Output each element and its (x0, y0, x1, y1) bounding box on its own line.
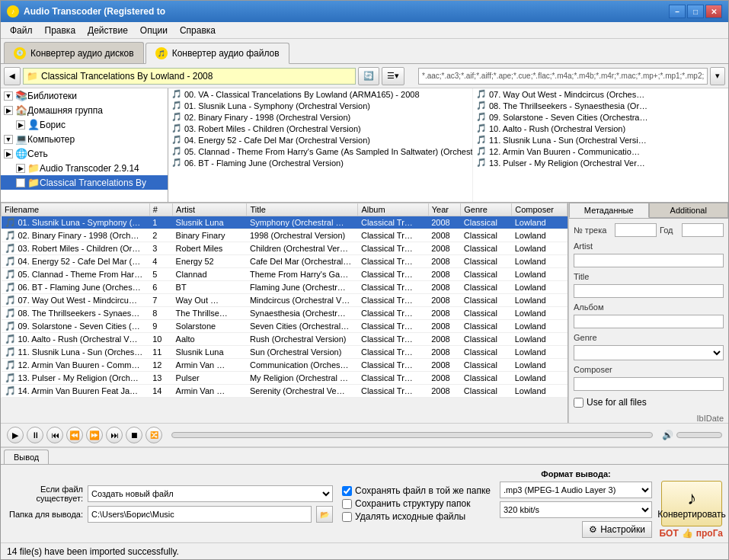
col-title[interactable]: Title (247, 203, 358, 216)
tree-item-network[interactable]: ▶ 🌐 Сеть (1, 146, 168, 161)
prev-button[interactable]: ⏮ (46, 427, 63, 443)
menu-file[interactable]: Файл (4, 24, 39, 37)
save-same-folder-checkbox[interactable] (342, 486, 352, 496)
table-row[interactable]: 🎵06. BT - Flaming June (Orches… 6 BT Fla… (2, 281, 568, 294)
file-item-13[interactable]: 🎵13. Pulser - My Religion (Orchestral Ve… (473, 157, 728, 168)
table-row[interactable]: 🎵09. Solarstone - Seven Cities (… 9 Sola… (2, 320, 568, 333)
file-item-11[interactable]: 🎵11. Slusnik Luna - Sun (Orchestral Vers… (473, 134, 728, 146)
format-select[interactable]: .mp3 (MPEG-1 Audio Layer 3) (500, 482, 652, 498)
tree-item-libraries[interactable]: ▼ 📚 Библиотеки (1, 88, 168, 103)
meta-tab-additional[interactable]: Additional (649, 203, 729, 218)
menu-help[interactable]: Справка (174, 24, 222, 37)
artist-input[interactable] (574, 254, 724, 267)
table-row[interactable]: 🎵13. Pulser - My Religion (Orch… 13 Puls… (2, 372, 568, 385)
next-button[interactable]: ⏭ (106, 427, 123, 443)
browse-button[interactable]: 📂 (316, 506, 333, 523)
file-item-12[interactable]: 🎵12. Armin Van Buuren - Communicatio… (473, 146, 728, 157)
minimize-button[interactable]: – (669, 5, 686, 18)
tree-item-computer[interactable]: ▼ 💻 Компьютер (1, 132, 168, 146)
menu-action[interactable]: Действие (82, 24, 134, 37)
progress-bar[interactable] (171, 432, 653, 438)
output-tab-vyvod[interactable]: Вывод (4, 450, 49, 464)
expand-icon-4[interactable]: ▼ (4, 135, 13, 144)
expand-icon-3[interactable]: ▶ (16, 120, 25, 130)
toolbar-refresh[interactable]: 🔄 (358, 67, 379, 85)
table-row[interactable]: 🎵02. Binary Finary - 1998 (Orch… 2 Binar… (2, 229, 568, 242)
filter-input[interactable] (418, 68, 708, 85)
table-row[interactable]: 🎵12. Armin Van Buuren - Comm… 12 Armin V… (2, 359, 568, 372)
expand-icon-7[interactable]: ▶ (16, 178, 25, 187)
col-filename[interactable]: Filename (2, 203, 150, 216)
close-button[interactable]: ✕ (705, 5, 722, 18)
expand-icon-6[interactable]: ▶ (16, 164, 25, 173)
table-row[interactable]: 🎵05. Clannad - Theme From Har… 5 Clannad… (2, 268, 568, 281)
tree-item-classical[interactable]: ▶ 📁 Classical Trancelations By (1, 175, 168, 190)
year-input[interactable] (682, 223, 724, 237)
file-item-03[interactable]: 🎵03. Robert Miles - Children (Orchestral… (168, 123, 472, 134)
col-album[interactable]: Album (358, 203, 428, 216)
title-input[interactable] (574, 284, 724, 298)
file-item-02[interactable]: 🎵02. Binary Finary - 1998 (Orchestral Ve… (168, 111, 472, 123)
tab-file-converter[interactable]: 🎵 Конвертер аудио файлов (145, 43, 289, 64)
use-for-all-checkbox[interactable] (574, 398, 584, 408)
cell-num: 8 (149, 307, 172, 320)
rewind-button[interactable]: ⏪ (66, 427, 83, 443)
file-item-07[interactable]: 🎵07. Way Out West - Mindcircus (Orches… (473, 88, 728, 100)
volume-bar[interactable] (676, 432, 722, 438)
col-composer[interactable]: Composer (512, 203, 568, 216)
genre-select[interactable]: Classical Electronic (574, 345, 724, 360)
tab-disk-converter[interactable]: 💿 Конвертер аудио дисков (4, 42, 144, 63)
table-row[interactable]: 🎵04. Energy 52 - Cafe Del Mar (… 4 Energ… (2, 255, 568, 268)
table-row[interactable]: 🎵14. Armin Van Buuren Feat Ja… 14 Armin … (2, 385, 568, 398)
stop-button[interactable]: ⏹ (126, 427, 142, 443)
file-item-05[interactable]: 🎵05. Clannad - Theme From Harry's Game (… (168, 146, 472, 157)
expand-icon[interactable]: ▼ (4, 91, 13, 101)
track-no-input[interactable] (615, 223, 657, 237)
settings-button[interactable]: ⚙ Настройки (582, 521, 652, 538)
convert-button[interactable]: ♪ Конвертировать (661, 481, 722, 526)
menu-edit[interactable]: Правка (39, 24, 82, 37)
table-row[interactable]: 🎵11. Slusnik Luna - Sun (Orches… 11 Slus… (2, 346, 568, 359)
tree-item-homegroup[interactable]: ▶ 🏠 Домашняя группа (1, 103, 168, 117)
table-row[interactable]: 🎵08. The Thrillseekers - Synaes… 8 The T… (2, 307, 568, 320)
play-button[interactable]: ▶ (7, 427, 24, 443)
filter-dropdown[interactable]: ▾ (710, 67, 725, 85)
meta-tab-metadata[interactable]: Метаданные (569, 203, 649, 218)
col-year[interactable]: Year (428, 203, 461, 216)
table-row[interactable]: 🎵03. Robert Miles - Children (Or… 3 Robe… (2, 242, 568, 255)
pause-button[interactable]: ⏸ (27, 427, 43, 443)
forward-button[interactable]: ⏩ (86, 427, 103, 443)
maximize-button[interactable]: □ (687, 5, 704, 18)
save-folder-structure-checkbox[interactable] (342, 499, 352, 509)
album-input[interactable] (574, 315, 724, 328)
table-row[interactable]: 🎵07. Way Out West - Mindcircu… 7 Way Out… (2, 294, 568, 307)
file-item-09[interactable]: 🎵09. Solarstone - Seven Cities (Orchestr… (473, 111, 728, 123)
tree-item-boris[interactable]: ▶ 👤 Борис (1, 117, 168, 132)
composer-input[interactable] (574, 377, 724, 391)
col-artist[interactable]: Artist (173, 203, 247, 216)
file-item-04[interactable]: 🎵04. Energy 52 - Cafe Del Mar (Orchestra… (168, 134, 472, 146)
file-item-00[interactable]: 🎵00. VA - Classical Trancelations By Low… (168, 88, 472, 100)
table-row[interactable]: 🎵01. Slusnik Luna - Symphony (… 1 Slusni… (2, 216, 568, 229)
output-path-input[interactable] (88, 506, 312, 523)
toolbar-view[interactable]: ☰▾ (382, 67, 404, 85)
bitrate-select[interactable]: 320 kbit/s (500, 501, 652, 518)
file-item-10[interactable]: 🎵10. Aalto - Rush (Orchestral Version) (473, 123, 728, 134)
cell-filename: 🎵07. Way Out West - Mindcircu… (2, 294, 150, 307)
menu-options[interactable]: Опции (134, 24, 174, 37)
app-icon: ♪ (7, 5, 19, 18)
toolbar-nav-back[interactable]: ◀ (4, 67, 21, 85)
file-item-01[interactable]: 🎵01. Slusnik Luna - Symphony (Orchestral… (168, 100, 472, 111)
expand-icon-5[interactable]: ▶ (4, 149, 13, 158)
col-num[interactable]: # (149, 203, 172, 216)
cell-year: 2008 (428, 359, 461, 372)
delete-source-checkbox[interactable] (342, 512, 352, 522)
table-row[interactable]: 🎵10. Aalto - Rush (Orchestral V… 10 Aalt… (2, 333, 568, 346)
file-item-08[interactable]: 🎵08. The Thrillseekers - Synaesthesia (O… (473, 100, 728, 111)
if-file-exists-select[interactable]: Создать новый файл (88, 485, 333, 502)
expand-icon-2[interactable]: ▶ (4, 106, 13, 115)
col-genre[interactable]: Genre (461, 203, 512, 216)
tree-item-audiotranscoder[interactable]: ▶ 📁 Audio Transcoder 2.9.14 (1, 161, 168, 175)
shuffle-button[interactable]: 🔀 (145, 427, 162, 443)
file-item-06[interactable]: 🎵06. BT - Flaming June (Orchestral Versi… (168, 157, 472, 168)
